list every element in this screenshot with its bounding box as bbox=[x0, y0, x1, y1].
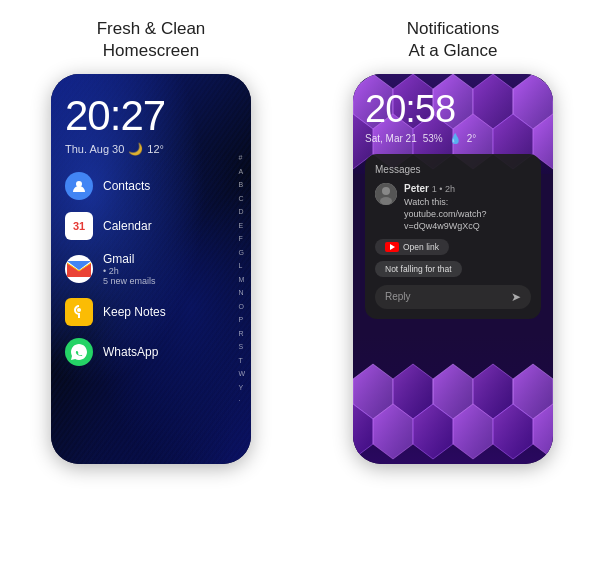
calendar-label: Calendar bbox=[103, 219, 152, 233]
gmail-icon bbox=[65, 255, 93, 283]
contacts-label: Contacts bbox=[103, 179, 150, 193]
left-panel-title: Fresh & Clean Homescreen bbox=[67, 0, 236, 74]
reply-input-row[interactable]: Reply ➤ bbox=[375, 285, 531, 309]
dismiss-button[interactable]: Not falling for that bbox=[375, 261, 462, 277]
notification-actions: Open link Not falling for that bbox=[375, 239, 531, 277]
gmail-label: Gmail • 2h5 new emails bbox=[103, 252, 156, 286]
svg-point-25 bbox=[382, 187, 390, 195]
list-item: WhatsApp bbox=[65, 338, 237, 366]
dismiss-label: Not falling for that bbox=[385, 264, 452, 274]
geo-bottom bbox=[353, 334, 553, 464]
svg-point-26 bbox=[380, 197, 392, 205]
app-list: Contacts 31 Calendar Gmail • 2h5 new ema… bbox=[65, 172, 237, 366]
right-panel: Notifications At a Glance bbox=[302, 0, 604, 563]
notification-text: Peter 1 • 2h Watch this: youtube.com/wat… bbox=[404, 183, 531, 232]
phone-left-content: 20:27 Thu. Aug 30 🌙 12° Contacts 31 bbox=[51, 74, 251, 366]
keep-label: Keep Notes bbox=[103, 305, 166, 319]
list-item: Keep Notes bbox=[65, 298, 237, 326]
notification-body: Watch this: youtube.com/watch?v=dQw4w9Wg… bbox=[404, 196, 531, 232]
contacts-icon bbox=[65, 172, 93, 200]
sender-avatar bbox=[375, 183, 397, 205]
left-date: Thu. Aug 30 🌙 12° bbox=[65, 142, 237, 156]
right-clock: 20:58 bbox=[365, 88, 541, 131]
open-link-label: Open link bbox=[403, 242, 439, 252]
svg-point-1 bbox=[77, 308, 81, 312]
phone-right-content: 20:58 Sat, Mar 21 53% 💧 2° Messages bbox=[353, 74, 553, 318]
youtube-icon bbox=[385, 242, 399, 252]
list-item: Gmail • 2h5 new emails bbox=[65, 252, 237, 286]
reply-placeholder: Reply bbox=[385, 291, 511, 302]
right-panel-title: Notifications At a Glance bbox=[377, 0, 530, 74]
left-phone: 20:27 Thu. Aug 30 🌙 12° Contacts 31 bbox=[51, 74, 251, 464]
left-clock: 20:27 bbox=[65, 92, 237, 140]
right-date-row: Sat, Mar 21 53% 💧 2° bbox=[365, 133, 541, 144]
sender-name: Peter 1 • 2h bbox=[404, 183, 531, 194]
notification-app-name: Messages bbox=[375, 164, 531, 175]
moon-icon: 🌙 bbox=[128, 142, 143, 156]
left-panel: Fresh & Clean Homescreen 20:27 Thu. Aug … bbox=[0, 0, 302, 563]
notification-card: Messages Peter 1 • 2h bbox=[365, 154, 541, 318]
message-time: 1 • 2h bbox=[432, 184, 455, 194]
temperature: 2° bbox=[467, 133, 477, 144]
right-phone: 20:58 Sat, Mar 21 53% 💧 2° Messages bbox=[353, 74, 553, 464]
left-phone-container: 20:27 Thu. Aug 30 🌙 12° Contacts 31 bbox=[51, 74, 251, 563]
alphabet-sidebar: # A B C D E F G L M N O P R S T W Y · bbox=[238, 154, 245, 404]
whatsapp-icon bbox=[65, 338, 93, 366]
right-date: Sat, Mar 21 bbox=[365, 133, 417, 144]
whatsapp-label: WhatsApp bbox=[103, 345, 158, 359]
notification-message-row: Peter 1 • 2h Watch this: youtube.com/wat… bbox=[375, 183, 531, 232]
list-item: Contacts bbox=[65, 172, 237, 200]
open-link-button[interactable]: Open link bbox=[375, 239, 449, 255]
list-item: 31 Calendar bbox=[65, 212, 237, 240]
keep-icon bbox=[65, 298, 93, 326]
battery-level: 53% bbox=[423, 133, 443, 144]
water-drop-icon: 💧 bbox=[449, 133, 461, 144]
calendar-icon: 31 bbox=[65, 212, 93, 240]
send-icon: ➤ bbox=[511, 290, 521, 304]
right-phone-container: 20:58 Sat, Mar 21 53% 💧 2° Messages bbox=[353, 74, 553, 563]
